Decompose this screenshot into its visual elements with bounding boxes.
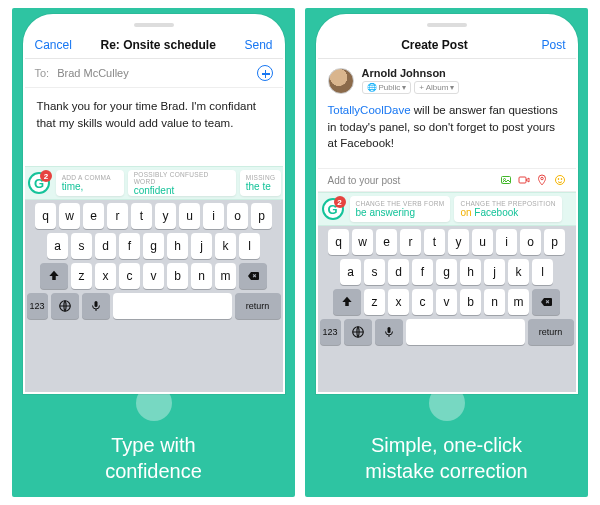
key-p[interactable]: p (251, 203, 272, 229)
photo-icon[interactable] (500, 174, 512, 186)
key-q[interactable]: q (328, 229, 349, 255)
key-w[interactable]: w (352, 229, 373, 255)
emoji-icon[interactable] (554, 174, 566, 186)
author-name: Arnold Johnson (362, 67, 460, 79)
key-j[interactable]: j (484, 259, 505, 285)
suggestion-card[interactable]: POSSIBLY CONFUSED WORD confident (128, 170, 236, 196)
send-button[interactable]: Send (244, 38, 272, 52)
email-body[interactable]: Thank you for your time Brad. I'm confid… (25, 88, 283, 166)
key-a[interactable]: a (340, 259, 361, 285)
suggestion-card[interactable]: MISSING the te (240, 170, 281, 196)
key-m[interactable]: m (508, 289, 529, 315)
phone-frame: Cancel Re: Onsite schedule Send To: Brad… (23, 14, 285, 394)
key-l[interactable]: l (239, 233, 260, 259)
svg-point-6 (555, 176, 564, 185)
key-r[interactable]: r (400, 229, 421, 255)
backspace-key[interactable] (239, 263, 267, 289)
key-y[interactable]: y (448, 229, 469, 255)
key-e[interactable]: e (83, 203, 104, 229)
return-key[interactable]: return (528, 319, 574, 345)
key-x[interactable]: x (388, 289, 409, 315)
mention-link[interactable]: TotallyCoolDave (328, 104, 411, 116)
keyboard: qwertyuiopasdfghjklzxcvbnm123return (318, 226, 576, 392)
mic-key[interactable] (82, 293, 110, 319)
suggestion-value: time, (62, 181, 118, 192)
key-o[interactable]: o (227, 203, 248, 229)
key-p[interactable]: p (544, 229, 565, 255)
mic-key[interactable] (375, 319, 403, 345)
key-u[interactable]: u (472, 229, 493, 255)
add-recipient-icon[interactable] (257, 65, 273, 81)
key-b[interactable]: b (460, 289, 481, 315)
key-h[interactable]: h (167, 233, 188, 259)
key-e[interactable]: e (376, 229, 397, 255)
key-o[interactable]: o (520, 229, 541, 255)
key-d[interactable]: d (95, 233, 116, 259)
key-d[interactable]: d (388, 259, 409, 285)
post-body[interactable]: TotallyCoolDave will be answer fan quest… (318, 98, 576, 168)
key-y[interactable]: y (155, 203, 176, 229)
key-s[interactable]: s (71, 233, 92, 259)
suggestion-value: be answering (356, 207, 445, 218)
key-i[interactable]: i (496, 229, 517, 255)
add-to-post-label: Add to your post (328, 175, 401, 186)
space-key[interactable] (113, 293, 232, 319)
post-button[interactable]: Post (541, 38, 565, 52)
key-g[interactable]: g (143, 233, 164, 259)
add-to-post-row[interactable]: Add to your post (318, 168, 576, 192)
globe-key[interactable] (344, 319, 372, 345)
key-h[interactable]: h (460, 259, 481, 285)
key-i[interactable]: i (203, 203, 224, 229)
svg-rect-4 (519, 177, 526, 183)
key-z[interactable]: z (71, 263, 92, 289)
backspace-key[interactable] (532, 289, 560, 315)
key-w[interactable]: w (59, 203, 80, 229)
location-icon[interactable] (536, 174, 548, 186)
key-u[interactable]: u (179, 203, 200, 229)
key-g[interactable]: g (436, 259, 457, 285)
shift-key[interactable] (333, 289, 361, 315)
key-v[interactable]: v (143, 263, 164, 289)
key-x[interactable]: x (95, 263, 116, 289)
suggestion-card[interactable]: ADD A COMMA time, (56, 170, 124, 196)
key-123[interactable]: 123 (27, 293, 48, 319)
audience-chip[interactable]: 🌐 Public ▾ (362, 81, 412, 94)
suggestion-card[interactable]: CHANGE THE VERB FORM be answering (350, 196, 451, 222)
cancel-button[interactable]: Cancel (35, 38, 72, 52)
video-icon[interactable] (518, 174, 530, 186)
key-z[interactable]: z (364, 289, 385, 315)
suggestion-label: CHANGE THE PREPOSITION (460, 200, 555, 207)
space-key[interactable] (406, 319, 525, 345)
email-to-row[interactable]: To: Brad McCulley (25, 59, 283, 88)
key-123[interactable]: 123 (320, 319, 341, 345)
key-s[interactable]: s (364, 259, 385, 285)
key-n[interactable]: n (484, 289, 505, 315)
key-f[interactable]: f (119, 233, 140, 259)
key-c[interactable]: c (119, 263, 140, 289)
grammarly-icon[interactable]: G2 (318, 193, 348, 225)
phone-screen: Cancel Re: Onsite schedule Send To: Brad… (25, 32, 283, 392)
globe-key[interactable] (51, 293, 79, 319)
key-k[interactable]: k (508, 259, 529, 285)
key-q[interactable]: q (35, 203, 56, 229)
return-key[interactable]: return (235, 293, 281, 319)
post-title: Create Post (401, 38, 468, 52)
key-m[interactable]: m (215, 263, 236, 289)
key-b[interactable]: b (167, 263, 188, 289)
key-t[interactable]: t (131, 203, 152, 229)
key-t[interactable]: t (424, 229, 445, 255)
key-j[interactable]: j (191, 233, 212, 259)
shift-key[interactable] (40, 263, 68, 289)
suggestion-card[interactable]: CHANGE THE PREPOSITION on Facebook (454, 196, 561, 222)
key-v[interactable]: v (436, 289, 457, 315)
avatar[interactable] (328, 68, 354, 94)
key-c[interactable]: c (412, 289, 433, 315)
key-l[interactable]: l (532, 259, 553, 285)
grammarly-icon[interactable]: G2 (25, 167, 54, 199)
album-chip[interactable]: + Album ▾ (414, 81, 459, 94)
key-n[interactable]: n (191, 263, 212, 289)
key-r[interactable]: r (107, 203, 128, 229)
key-k[interactable]: k (215, 233, 236, 259)
key-f[interactable]: f (412, 259, 433, 285)
key-a[interactable]: a (47, 233, 68, 259)
